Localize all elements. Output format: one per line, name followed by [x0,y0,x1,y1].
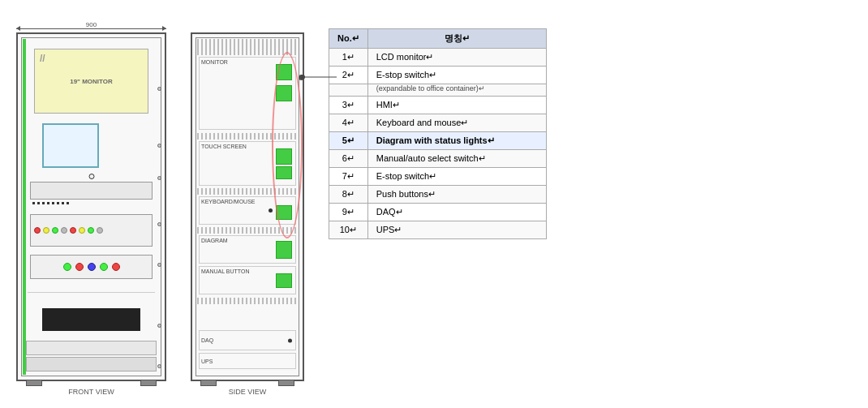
kb-green [276,205,292,220]
kd5 [52,202,54,204]
row-no-7: 7↵ [329,168,368,186]
kb-dot [269,208,273,213]
leader-dot [299,75,304,80]
monitor-green-1 [276,64,292,80]
cabinet-side: MONITOR TOUCH SCREEN KEYBOARD/MOUSE [191,32,304,381]
mid-hatch-1 [197,133,298,140]
diag-green [276,241,292,259]
side-dot-4 [157,222,161,226]
status-red [34,227,41,234]
touch-green-1 [276,148,292,165]
mid-hatch-2 [197,188,298,195]
keyboard-dots [32,202,69,204]
table-row: 4↵Keyboard and mouse↵ [329,114,547,132]
table-row: 10↵UPS↵ [329,221,547,239]
kd2 [37,202,40,204]
side-dot-2 [157,144,161,148]
kd7 [62,202,64,204]
cabinet-keyboard [30,182,153,200]
mid-hatch-3 [197,227,298,234]
side-foot-left [200,380,217,386]
front-view-wrapper: 900 2100 19" MONITOR [16,32,166,381]
btn-red [75,263,84,271]
row-name-1: LCD monitor↵ [367,49,546,67]
touch-green-2 [276,166,292,179]
cabinet-front: 19" MONITOR [16,32,166,381]
side-dot-5 [157,263,161,267]
row-no-5: 5↵ [329,132,368,150]
green-strip [23,39,26,375]
cabinet-diagram [30,214,153,247]
dim-top: 900 [16,21,166,29]
row-no-8: 8↵ [329,186,368,204]
monitor-label: 19" MONITOR [70,78,113,85]
table-row: 6↵Manual/auto select switch↵ [329,150,547,168]
diagram-section: DIAGRAM [199,235,296,264]
row-name-2: E-stop switch↵ [367,67,546,84]
row-note-2: (expandable to office container)↵ [367,84,546,97]
table-row-note: (expandable to office container)↵ [329,84,547,97]
lower-hatch [197,298,298,304]
status-off1 [61,227,67,234]
row-no-6: 6↵ [329,150,368,168]
row-name-8: Push buttons↵ [367,186,546,204]
status-yellow [43,227,49,234]
row-no-3: 3↵ [329,97,368,114]
side-view-wrapper: MONITOR TOUCH SCREEN KEYBOARD/MOUSE [191,32,304,381]
touchscreen-section: TOUCH SCREEN [199,141,296,186]
status-off2 [97,227,103,234]
row-name-5: Diagram with status lights↵ [367,132,546,150]
center-dot [88,174,94,179]
side-view-label: SIDE VIEW [229,388,267,396]
cabinet-daq [26,341,157,355]
table-row: 1↵LCD monitor↵ [329,49,547,67]
cabinet-ups [26,357,157,371]
foot-left [26,380,42,386]
keyboard-section: KEYBOARD/MOUSE [199,196,296,225]
monitor-green-2 [276,85,292,101]
col-no-header: No.↵ [329,29,368,49]
side-dot-6 [157,324,161,328]
side-foot-right [278,380,294,386]
info-table: No.↵ 명칭↵ 1↵LCD monitor↵2↵E-stop switch↵(… [329,28,547,239]
kd8 [67,202,69,204]
manual-green [276,273,292,288]
side-dot-3 [157,176,161,180]
row-name-4: Keyboard and mouse↵ [367,114,546,132]
daq-dot [288,338,292,342]
row-no-1: 1↵ [329,49,368,67]
row-name-3: HMI↵ [367,97,546,114]
cabinet-monitor: 19" MONITOR [34,49,148,114]
table-row: 8↵Push buttons↵ [329,186,547,204]
table-row: 5↵Diagram with status lights↵ [329,132,547,150]
kd4 [47,202,49,204]
kd6 [57,202,59,204]
ups-label: UPS [200,357,214,366]
dim-top-label: 900 [86,21,97,28]
status-yellow2 [79,227,85,234]
status-green2 [88,227,94,234]
daq-section: DAQ [199,330,296,350]
cabinet-black-box [42,308,140,331]
table-row: 2↵E-stop switch↵ [329,67,547,84]
daq-label: DAQ [200,336,215,345]
table-row: 7↵E-stop switch↵ [329,168,547,186]
table-row: 3↵HMI↵ [329,97,547,114]
row-no-empty [329,84,368,97]
row-name-9: DAQ↵ [367,204,546,221]
top-hatch [197,39,298,55]
kd3 [42,202,45,204]
kd1 [32,202,35,204]
side-dot-7 [157,364,161,368]
row-name-6: Manual/auto select switch↵ [367,150,546,168]
btn-green2 [100,263,108,271]
col-name-header: 명칭↵ [367,29,546,49]
row-no-2: 2↵ [329,67,368,84]
btn-green [63,263,71,271]
table-container: No.↵ 명칭↵ 1↵LCD monitor↵2↵E-stop switch↵(… [329,20,852,239]
foot-right [140,380,157,386]
manual-section: MANUAL BUTTON [199,266,296,294]
row-no-10: 10↵ [329,221,368,239]
cabinet-manual [30,255,153,279]
btn-blue [88,263,96,271]
